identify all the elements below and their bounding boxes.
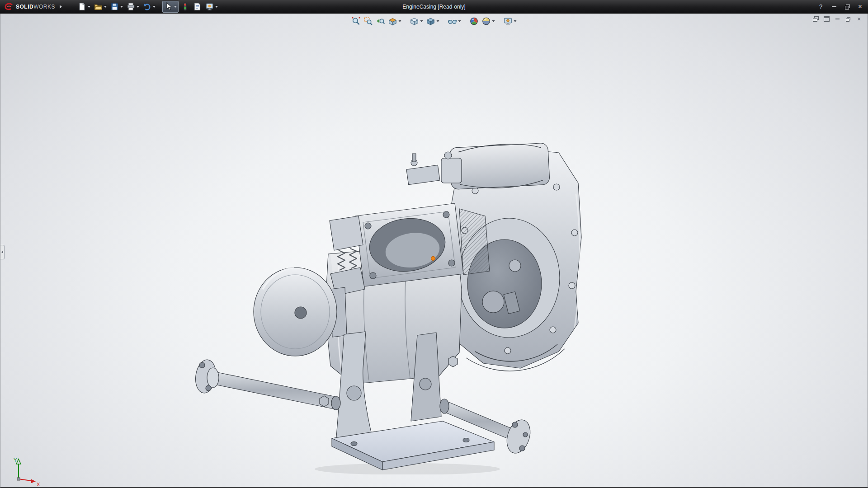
select-button[interactable] [162, 1, 179, 13]
zoom-to-fit-button[interactable] [351, 16, 362, 26]
display-style-icon [426, 17, 435, 26]
minimize-icon [832, 6, 836, 7]
view-settings-button[interactable] [503, 16, 518, 26]
solidworks-swirl-icon [3, 3, 14, 11]
close-icon: × [858, 3, 862, 10]
doc-minimize-icon [835, 19, 840, 19]
dropdown-arrow[interactable] [420, 20, 423, 22]
reference-triad[interactable]: Y X [6, 455, 44, 488]
rebuild-icon [181, 2, 189, 11]
minimize-button[interactable] [828, 2, 840, 11]
print-button[interactable] [125, 1, 141, 12]
dropdown-arrow[interactable] [120, 6, 123, 8]
doc-window-icon-b [824, 16, 830, 22]
menu-expand-arrow[interactable] [60, 5, 62, 9]
doc-window-icon-a [813, 16, 819, 22]
edit-appearance-icon [470, 17, 479, 26]
triad-x-label: X [37, 482, 40, 487]
help-button[interactable]: ? [815, 2, 827, 11]
brand-works: WORKS [33, 4, 55, 10]
section-view-icon [388, 17, 397, 26]
restore-icon [845, 5, 849, 9]
dropdown-arrow[interactable] [88, 6, 90, 8]
brand-name: SOLIDWORKS [16, 4, 55, 10]
main-toolbar [76, 1, 219, 13]
undo-icon [143, 2, 151, 11]
dropdown-arrow[interactable] [137, 6, 139, 8]
rebuild-button[interactable] [179, 1, 191, 12]
zoom-to-area-button[interactable] [363, 16, 374, 26]
file-properties-icon [193, 2, 202, 11]
chevron-left-icon [1, 251, 3, 253]
previous-view-icon [376, 17, 385, 26]
apply-scene-button[interactable] [481, 16, 496, 26]
brand-solid: SOLID [16, 4, 33, 10]
help-icon: ? [819, 3, 822, 10]
titlebar: SOLIDWORKS [0, 0, 868, 14]
file-properties-button[interactable] [192, 1, 203, 12]
dropdown-arrow[interactable] [104, 6, 107, 8]
previous-view-button[interactable] [375, 16, 386, 26]
document-window-controls: × [811, 15, 863, 23]
print-icon [127, 2, 135, 11]
window-title: EngineCasing [Read-only] [402, 4, 465, 10]
options-button[interactable] [204, 1, 219, 12]
view-settings-icon [504, 17, 513, 26]
open-button[interactable] [93, 1, 108, 12]
dropdown-arrow[interactable] [458, 20, 461, 22]
doc-restore-button[interactable] [844, 15, 852, 23]
hide-show-items-button[interactable] [447, 16, 462, 26]
dropdown-arrow[interactable] [399, 20, 401, 22]
display-style-button[interactable] [425, 16, 440, 26]
doc-minimize-button[interactable] [833, 15, 841, 23]
zoom-to-area-icon [364, 17, 373, 26]
edit-appearance-button[interactable] [469, 16, 480, 26]
doc-close-button[interactable]: × [855, 15, 863, 23]
options-icon [205, 2, 214, 11]
apply-scene-icon [482, 17, 491, 26]
restore-button[interactable] [841, 2, 853, 11]
doc-window-button-a[interactable] [811, 15, 820, 23]
window-controls: ? × [815, 0, 866, 13]
dropdown-arrow[interactable] [215, 6, 218, 8]
undo-button[interactable] [142, 1, 157, 12]
save-button[interactable] [109, 1, 124, 12]
doc-close-icon: × [857, 16, 861, 22]
save-icon [110, 2, 119, 11]
heads-up-toolbar [351, 16, 518, 26]
dropdown-arrow[interactable] [437, 20, 439, 22]
new-document-button[interactable] [76, 1, 92, 12]
feature-manager-collapsed-tab[interactable] [0, 245, 5, 259]
doc-restore-icon [846, 17, 850, 21]
hide-show-items-icon [448, 17, 457, 26]
new-document-icon [78, 2, 86, 11]
triad-y-label: Y [14, 457, 17, 463]
solidworks-logo: SOLIDWORKS [0, 0, 59, 13]
dropdown-arrow[interactable] [492, 20, 495, 22]
doc-window-button-b[interactable] [822, 15, 830, 23]
viewport[interactable]: × [0, 14, 868, 488]
dropdown-arrow[interactable] [514, 20, 517, 22]
dropdown-arrow[interactable] [153, 6, 156, 8]
engine-casing-model[interactable] [195, 140, 593, 474]
select-cursor-icon [164, 2, 173, 11]
solidworks-window: SOLIDWORKS [0, 0, 868, 488]
zoom-to-fit-icon [352, 17, 361, 26]
close-button[interactable]: × [854, 2, 866, 11]
section-view-button[interactable] [387, 16, 402, 26]
dropdown-arrow[interactable] [174, 6, 177, 8]
open-icon [94, 2, 103, 11]
view-orientation-button[interactable] [409, 16, 424, 26]
view-orientation-icon [410, 17, 419, 26]
